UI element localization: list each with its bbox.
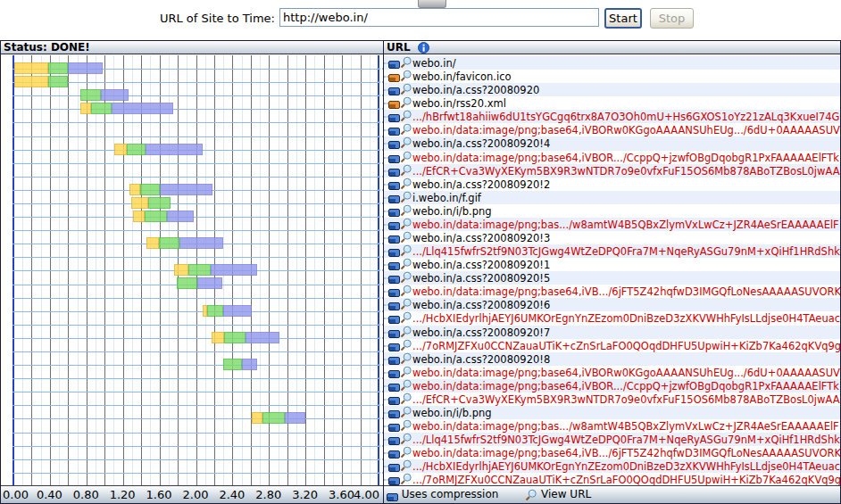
- view-url-magnifier-icon[interactable]: [400, 420, 412, 433]
- view-url-magnifier-icon[interactable]: [400, 460, 412, 473]
- url-header-label: URL: [387, 41, 411, 54]
- compression-icon: [388, 272, 400, 285]
- view-url-magnifier-icon[interactable]: [400, 312, 412, 325]
- legend-bar: Uses compression View URL: [384, 485, 840, 503]
- waterfall-bar-segment-yellow: [146, 237, 158, 249]
- waterfall-bar-segment-yellow: [131, 197, 148, 209]
- view-url-magnifier-icon[interactable]: [400, 97, 412, 110]
- stop-button[interactable]: Stop: [650, 8, 694, 29]
- site-timer-app: URL of Site to Time: Start Stop Status: …: [0, 0, 841, 504]
- view-url-magnifier-icon[interactable]: [400, 367, 412, 379]
- waterfall-bar-segment-yellow: [14, 76, 48, 87]
- url-row: webo.in/data:image/png;base64,iVBORw0KGg…: [384, 123, 840, 136]
- view-url-magnifier-icon[interactable]: [400, 340, 412, 352]
- compression-icon: [388, 205, 400, 218]
- view-url-magnifier-icon[interactable]: [400, 407, 412, 419]
- view-url-magnifier-icon[interactable]: [400, 219, 412, 231]
- view-url-magnifier-icon[interactable]: [400, 111, 412, 123]
- view-url-magnifier-icon[interactable]: [400, 192, 412, 204]
- view-url-magnifier-icon[interactable]: [400, 178, 412, 191]
- compression-icon: [388, 152, 400, 164]
- view-url-magnifier-icon[interactable]: [400, 272, 412, 285]
- waterfall-bar-segment-blue: [197, 277, 223, 289]
- view-url-magnifier-icon[interactable]: [400, 70, 412, 83]
- view-url-magnifier-icon[interactable]: [400, 285, 412, 298]
- row-guideline: [12, 325, 380, 326]
- url-text: webo.in/a.css?20080920!4: [412, 137, 550, 150]
- waterfall-bar-segment-green: [48, 76, 68, 87]
- url-row: webo.in/rss20.xml: [384, 96, 840, 110]
- waterfall-bar-segment-yellow: [133, 211, 145, 222]
- info-icon[interactable]: [418, 42, 429, 57]
- url-input[interactable]: [279, 8, 599, 27]
- compression-icon: [388, 57, 400, 70]
- view-url-magnifier-icon[interactable]: [400, 299, 412, 311]
- view-url-magnifier-icon[interactable]: [400, 152, 412, 164]
- row-guideline: [12, 405, 380, 406]
- axis-tick-label: 0.40: [37, 488, 62, 501]
- status-panel: Status: DONE! 0.000.400.801.201.602.002.…: [0, 40, 384, 504]
- row-guideline: [12, 257, 380, 258]
- url-text: .../7oRMJZFXu0CCNZauaUTiK+cZnSrLaFO0QOqd…: [412, 340, 840, 352]
- view-url-magnifier-icon[interactable]: [400, 205, 412, 218]
- compression-icon: [388, 192, 400, 204]
- url-row: webo.in/favicon.ico: [384, 70, 840, 83]
- view-url-magnifier-icon[interactable]: [400, 165, 412, 178]
- compression-icon: [388, 326, 400, 339]
- url-row: webo.in/data:image/png;base64,iVB.../6jF…: [384, 285, 840, 298]
- view-url-magnifier-icon[interactable]: [400, 245, 412, 258]
- waterfall-bar-segment-blue: [211, 264, 257, 276]
- compression-icon: [388, 111, 400, 123]
- view-url-magnifier-icon[interactable]: [400, 474, 412, 485]
- waterfall-bar-segment-yellow: [174, 264, 188, 276]
- row-guideline: [12, 163, 380, 164]
- axis-tick-label: 1.20: [110, 488, 136, 501]
- url-text: .../HcbXIEdyrlhjAEYJ6UMKOrEgnYnZEzom0Dni…: [412, 460, 840, 473]
- view-url-magnifier-icon[interactable]: [400, 326, 412, 339]
- waterfall-bar-segment-green: [224, 332, 246, 343]
- view-url-magnifier-icon[interactable]: [400, 124, 412, 136]
- waterfall-bar-segment-yellow: [252, 412, 262, 424]
- view-url-magnifier-icon[interactable]: [400, 232, 412, 244]
- view-url-magnifier-icon[interactable]: [400, 380, 412, 392]
- axis-tick-label: 2.40: [219, 488, 245, 501]
- view-url-magnifier-icon[interactable]: [400, 447, 412, 459]
- row-guideline: [12, 473, 380, 474]
- url-text: webo.in/a.css?20080920!1: [412, 259, 550, 271]
- url-row: .../EfCR+Cva3WyXEKym5BX9R3wNTDR7o9e0vfxF…: [384, 392, 840, 406]
- axis-tick-label: 3.60: [329, 488, 354, 501]
- row-guideline: [12, 446, 380, 447]
- compression-icon: [388, 124, 400, 136]
- waterfall-bar-segment-green: [140, 184, 159, 195]
- axis-tick-label: 0.80: [73, 488, 99, 501]
- row-guideline: [12, 136, 380, 137]
- url-row: webo.in/: [384, 56, 840, 70]
- view-url-magnifier-icon[interactable]: [400, 259, 412, 271]
- waterfall-bar-segment-yellow: [212, 332, 224, 343]
- url-text: webo.in/data:image/png;base64,iVB.../6jF…: [412, 285, 840, 298]
- url-text: webo.in/rss20.xml: [412, 97, 506, 110]
- view-url-magnifier-icon[interactable]: [400, 434, 412, 446]
- view-url-magnifier-icon[interactable]: [400, 353, 412, 366]
- url-row: .../7oRMJZFXu0CCNZauaUTiK+cZnSrLaFO0QOqd…: [384, 473, 840, 485]
- view-url-magnifier-icon[interactable]: [400, 393, 412, 406]
- url-text: webo.in/data:image/png;bas.../w8amtW4B5Q…: [412, 420, 839, 433]
- url-text: webo.in/a.css?20080920!6: [412, 299, 550, 311]
- waterfall-bar-segment-green: [177, 277, 196, 289]
- waterfall-bar-segment-green: [127, 144, 146, 155]
- view-url-legend-label: View URL: [541, 488, 591, 500]
- view-url-magnifier-icon[interactable]: [400, 57, 412, 70]
- waterfall-bar-segment-blue: [68, 62, 103, 74]
- waterfall-bar-segment-green: [80, 89, 102, 101]
- start-button[interactable]: Start: [604, 8, 642, 29]
- waterfall-bar-segment-blue: [160, 184, 212, 195]
- view-url-magnifier-icon[interactable]: [400, 84, 412, 96]
- row-guideline: [12, 230, 380, 231]
- url-panel: URL webo.in/webo.in/favicon.icowebo.in/a…: [383, 40, 841, 504]
- compression-icon: [388, 259, 400, 271]
- row-guideline: [12, 311, 380, 312]
- url-row: webo.in/a.css?20080920!7: [384, 326, 840, 339]
- compression-icon: [388, 380, 400, 392]
- view-url-magnifier-icon[interactable]: [400, 137, 412, 150]
- row-guideline: [12, 217, 380, 218]
